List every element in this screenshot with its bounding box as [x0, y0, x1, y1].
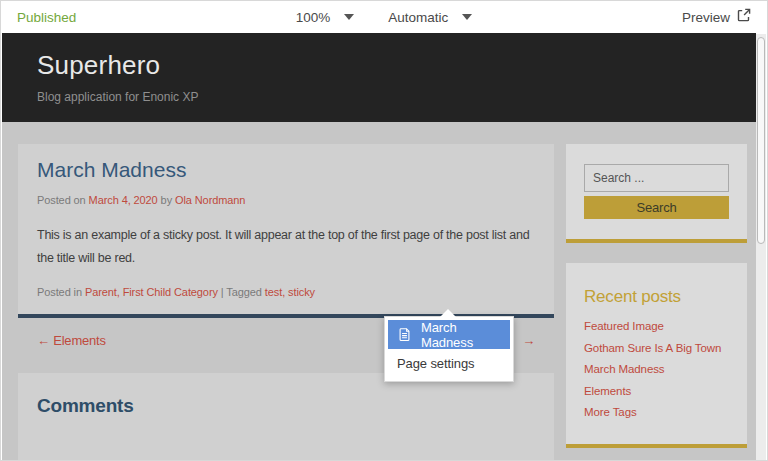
search-input[interactable] [584, 164, 729, 192]
search-widget: Search [566, 144, 747, 243]
menu-caret-up-icon [440, 309, 456, 317]
publish-status-badge: Published [17, 10, 76, 25]
external-link-icon [737, 8, 751, 26]
recent-post-link[interactable]: Gotham Sure Is A Big Town [584, 342, 729, 354]
site-header[interactable]: Superhero Blog application for Enonic XP [2, 33, 756, 122]
menu-item-march-madness[interactable]: March Madness [388, 320, 510, 349]
preview-button[interactable]: Preview [682, 8, 751, 26]
post-footer-meta: Posted in Parent, First Child Category |… [37, 286, 535, 298]
comments-section: Comments [18, 373, 554, 461]
tagged-label: | Tagged [221, 286, 262, 298]
recent-post-link[interactable]: More Tags [584, 406, 729, 418]
menu-item-label: Page settings [397, 356, 474, 371]
emulator-dropdown[interactable]: Automatic [388, 10, 472, 25]
menu-item-page-settings[interactable]: Page settings [388, 349, 510, 378]
recent-posts-widget: Recent posts Featured Image Gotham Sure … [566, 263, 747, 448]
emulator-dropdown-value: Automatic [388, 10, 448, 25]
zoom-dropdown-value: 100% [296, 10, 331, 25]
post-date-link[interactable]: March 4, 2020 [89, 194, 158, 206]
search-button[interactable]: Search [584, 196, 729, 219]
post-body-text: This is an example of a sticky post. It … [37, 224, 535, 270]
comments-title: Comments [37, 395, 535, 417]
tag-links[interactable]: test, sticky [265, 286, 315, 298]
menu-item-label: March Madness [421, 320, 501, 350]
next-post-link[interactable]: → [522, 333, 535, 348]
zoom-dropdown[interactable]: 100% [296, 10, 355, 25]
posted-in-label: Posted in [37, 286, 82, 298]
sticky-post-card[interactable]: March Madness Posted on March 4, 2020 by… [18, 144, 554, 318]
chevron-down-icon [462, 14, 472, 20]
editor-toolbar: Published 100% Automatic Preview [1, 1, 767, 33]
post-meta: Posted on March 4, 2020 by Ola Nordmann [37, 194, 535, 206]
site-title: Superhero [37, 50, 756, 81]
recent-post-link[interactable]: March Madness [584, 363, 729, 375]
post-meta-prefix: Posted on [37, 194, 86, 206]
recent-posts-list: Featured Image Gotham Sure Is A Big Town… [584, 320, 729, 418]
category-links[interactable]: Parent, First Child Category [85, 286, 218, 298]
site-tagline: Blog application for Enonic XP [37, 90, 756, 104]
vertical-scrollbar[interactable] [756, 34, 766, 460]
prev-post-link[interactable]: ← Elements [37, 333, 106, 348]
recent-post-link[interactable]: Featured Image [584, 320, 729, 332]
post-meta-by: by [161, 194, 172, 206]
post-author-link[interactable]: Ola Nordmann [175, 194, 245, 206]
preview-button-label: Preview [682, 10, 730, 25]
document-icon [397, 327, 412, 342]
post-title[interactable]: March Madness [37, 158, 535, 182]
page-editor-window: Published 100% Automatic Preview [0, 0, 768, 461]
toolbar-center-group: 100% Automatic [1, 1, 767, 33]
chevron-down-icon [344, 14, 354, 20]
scrollbar-thumb[interactable] [757, 37, 765, 244]
recent-post-link[interactable]: Elements [584, 385, 729, 397]
component-context-menu: March Madness Page settings [384, 316, 514, 382]
page-preview-frame: Superhero Blog application for Enonic XP… [2, 33, 756, 460]
recent-posts-title: Recent posts [584, 287, 729, 307]
